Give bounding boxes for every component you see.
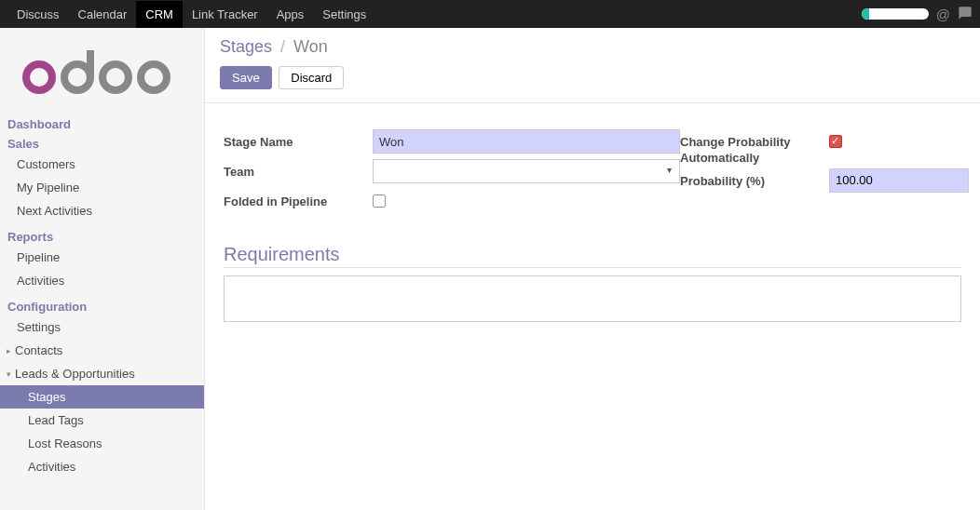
sidebar-sublink-stages[interactable]: Stages	[0, 385, 204, 409]
content-header: Stages / Won Save Discard	[205, 28, 980, 103]
save-button[interactable]: Save	[220, 66, 272, 89]
nav-item-link-tracker[interactable]: Link Tracker	[183, 1, 267, 28]
sidebar-sublink-lead-tags[interactable]: Lead Tags	[0, 409, 204, 432]
breadcrumb: Stages / Won	[220, 37, 965, 57]
chat-icon[interactable]	[958, 6, 973, 23]
sidebar-link-customers[interactable]: Customers	[0, 153, 204, 176]
sidebar-title-reports[interactable]: Reports	[0, 228, 204, 246]
breadcrumb-current: Won	[293, 37, 328, 56]
label-probability: Probability (%)	[680, 168, 829, 190]
nav-item-calendar[interactable]: Calendar	[69, 1, 137, 28]
caret-down-icon: ▾	[4, 369, 13, 379]
select-team[interactable]	[373, 159, 680, 183]
sidebar-item-contacts[interactable]: ▸ Contacts	[0, 339, 204, 362]
sidebar-item-leads-opportunities[interactable]: ▾ Leads & Opportunities	[0, 362, 204, 385]
breadcrumb-separator: /	[277, 37, 289, 56]
sidebar-sublink-activities[interactable]: Activities	[0, 455, 204, 478]
svg-point-4	[141, 64, 167, 90]
svg-rect-2	[87, 50, 94, 77]
discard-button[interactable]: Discard	[279, 66, 344, 89]
nav-item-apps[interactable]: Apps	[267, 1, 314, 28]
content-area: Stages / Won Save Discard Stage Name Tea	[205, 28, 980, 510]
label-change-probability: Change Probability Automatically	[680, 129, 829, 167]
svg-point-0	[26, 64, 52, 90]
section-title-requirements: Requirements	[224, 244, 961, 268]
sidebar-link-settings[interactable]: Settings	[0, 315, 204, 339]
sidebar-link-next-activities[interactable]: Next Activities	[0, 199, 204, 222]
sidebar-item-label: Leads & Opportunities	[15, 367, 135, 381]
nav-item-crm[interactable]: CRM	[136, 1, 183, 28]
checkbox-change-probability[interactable]	[829, 135, 842, 148]
breadcrumb-stages[interactable]: Stages	[220, 37, 272, 56]
nav-item-discuss[interactable]: Discuss	[7, 1, 69, 28]
label-team: Team	[224, 159, 373, 179]
sidebar: Dashboard Sales Customers My Pipeline Ne…	[0, 28, 205, 510]
sidebar-link-pipeline[interactable]: Pipeline	[0, 246, 204, 269]
sidebar-title-configuration[interactable]: Configuration	[0, 298, 204, 315]
requirements-editor[interactable]	[224, 275, 961, 322]
input-stage-name[interactable]	[373, 129, 680, 154]
checkbox-folded[interactable]	[373, 195, 386, 208]
svg-point-3	[102, 64, 129, 90]
sidebar-sublink-lost-reasons[interactable]: Lost Reasons	[0, 432, 204, 455]
caret-right-icon: ▸	[4, 346, 13, 356]
input-probability[interactable]	[829, 168, 969, 193]
trial-progress[interactable]	[862, 8, 929, 20]
logo	[0, 28, 204, 115]
sidebar-link-activities[interactable]: Activities	[0, 269, 204, 292]
top-navbar: Discuss Calendar CRM Link Tracker Apps S…	[0, 0, 980, 28]
sidebar-title-dashboard[interactable]: Dashboard	[0, 115, 204, 133]
sidebar-title-sales[interactable]: Sales	[0, 135, 204, 153]
label-stage-name: Stage Name	[224, 129, 373, 149]
sidebar-link-my-pipeline[interactable]: My Pipeline	[0, 176, 204, 199]
nav-item-settings[interactable]: Settings	[313, 1, 375, 28]
form-sheet: Stage Name Team Folded in Pipeline	[205, 103, 980, 510]
sidebar-item-label: Contacts	[15, 343, 62, 357]
at-mention-icon[interactable]: @	[936, 7, 950, 22]
label-folded: Folded in Pipeline	[224, 189, 373, 208]
svg-point-1	[64, 64, 90, 90]
